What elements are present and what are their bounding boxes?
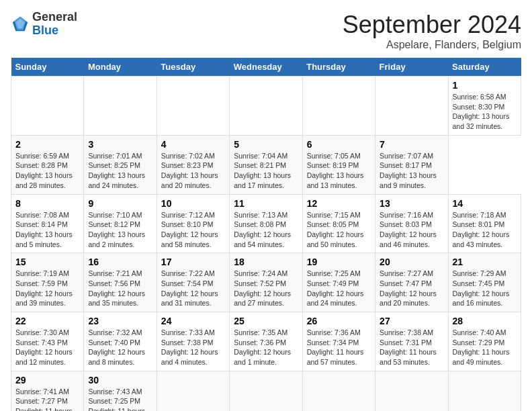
sunset: Sunset: 8:17 PM xyxy=(380,161,432,169)
sunset: Sunset: 8:19 PM xyxy=(307,161,359,169)
col-thursday: Thursday xyxy=(302,58,375,77)
sunrise: Sunrise: 7:33 AM xyxy=(161,328,215,336)
day-info: Sunrise: 7:19 AM Sunset: 7:59 PM Dayligh… xyxy=(15,269,79,308)
daylight: Daylight: 12 hours and 58 minutes. xyxy=(161,230,218,248)
sunrise: Sunrise: 7:02 AM xyxy=(161,152,215,160)
sunset: Sunset: 7:25 PM xyxy=(88,397,140,405)
day-info: Sunrise: 7:35 AM Sunset: 7:36 PM Dayligh… xyxy=(234,328,298,367)
calendar-cell: 12 Sunrise: 7:15 AM Sunset: 8:05 PM Dayl… xyxy=(302,194,375,253)
daylight: Daylight: 12 hours and 27 minutes. xyxy=(234,289,291,308)
daylight: Daylight: 13 hours and 20 minutes. xyxy=(161,171,218,189)
logo: General Blue xyxy=(11,11,77,38)
sunset: Sunset: 7:34 PM xyxy=(307,338,359,347)
sunset: Sunset: 8:10 PM xyxy=(161,220,214,228)
day-number: 9 xyxy=(88,198,152,209)
sunset: Sunset: 7:45 PM xyxy=(453,279,505,287)
daylight: Daylight: 12 hours and 20 minutes. xyxy=(380,289,437,308)
sunset: Sunset: 7:27 PM xyxy=(15,397,68,405)
day-number: 25 xyxy=(234,316,298,326)
calendar-cell: 26 Sunrise: 7:36 AM Sunset: 7:34 PM Dayl… xyxy=(302,312,375,371)
daylight: Daylight: 11 hours and 45 minutes. xyxy=(15,407,73,411)
day-info: Sunrise: 7:24 AM Sunset: 7:52 PM Dayligh… xyxy=(234,269,298,308)
sunset: Sunset: 8:08 PM xyxy=(234,220,286,228)
sunrise: Sunrise: 7:36 AM xyxy=(307,328,361,336)
day-number: 5 xyxy=(234,139,298,150)
calendar-cell: 30 Sunrise: 7:43 AM Sunset: 7:25 PM Dayl… xyxy=(84,371,157,411)
sunrise: Sunrise: 7:07 AM xyxy=(380,152,433,160)
calendar-cell: 7 Sunrise: 7:07 AM Sunset: 8:17 PM Dayli… xyxy=(375,135,448,194)
day-number: 13 xyxy=(380,198,443,209)
sunrise: Sunrise: 7:40 AM xyxy=(453,328,506,336)
logo-blue: Blue xyxy=(32,24,58,37)
sunset: Sunset: 8:12 PM xyxy=(88,220,140,228)
calendar-cell: 1 Sunrise: 6:58 AM Sunset: 8:30 PM Dayli… xyxy=(448,77,521,136)
sunrise: Sunrise: 7:01 AM xyxy=(88,152,142,160)
day-number: 27 xyxy=(380,316,443,326)
day-info: Sunrise: 7:38 AM Sunset: 7:31 PM Dayligh… xyxy=(380,328,443,367)
day-number: 10 xyxy=(161,198,225,209)
calendar-cell xyxy=(11,77,84,136)
sunset: Sunset: 8:21 PM xyxy=(234,161,286,169)
sunrise: Sunrise: 7:19 AM xyxy=(15,269,69,277)
logo-icon xyxy=(11,15,30,34)
daylight: Daylight: 12 hours and 24 minutes. xyxy=(307,289,364,308)
daylight: Daylight: 12 hours and 39 minutes. xyxy=(15,289,73,308)
calendar-cell: 5 Sunrise: 7:04 AM Sunset: 8:21 PM Dayli… xyxy=(230,135,302,194)
sunrise: Sunrise: 7:12 AM xyxy=(161,211,215,219)
day-info: Sunrise: 7:29 AM Sunset: 7:45 PM Dayligh… xyxy=(453,269,517,308)
sunset: Sunset: 7:38 PM xyxy=(161,338,214,347)
calendar-cell xyxy=(230,371,302,411)
sunrise: Sunrise: 7:30 AM xyxy=(15,328,69,336)
calendar-cell xyxy=(375,77,448,136)
day-number: 22 xyxy=(15,316,79,326)
sunrise: Sunrise: 6:58 AM xyxy=(453,93,506,101)
sunset: Sunset: 7:56 PM xyxy=(88,279,140,287)
day-number: 7 xyxy=(380,139,443,150)
sunrise: Sunrise: 7:21 AM xyxy=(88,269,142,277)
day-number: 28 xyxy=(453,316,517,326)
day-info: Sunrise: 7:05 AM Sunset: 8:19 PM Dayligh… xyxy=(307,151,371,191)
sunrise: Sunrise: 7:38 AM xyxy=(380,328,433,336)
day-info: Sunrise: 7:33 AM Sunset: 7:38 PM Dayligh… xyxy=(161,328,225,367)
day-number: 30 xyxy=(88,375,152,385)
sunrise: Sunrise: 7:16 AM xyxy=(380,211,433,219)
sunrise: Sunrise: 7:25 AM xyxy=(307,269,361,277)
sunset: Sunset: 8:23 PM xyxy=(161,161,214,169)
calendar-cell xyxy=(375,371,448,411)
daylight: Daylight: 12 hours and 16 minutes. xyxy=(453,289,510,308)
calendar-table: Sunday Monday Tuesday Wednesday Thursday… xyxy=(11,58,521,411)
day-info: Sunrise: 7:16 AM Sunset: 8:03 PM Dayligh… xyxy=(380,210,443,250)
day-number: 8 xyxy=(15,198,79,209)
day-info: Sunrise: 7:07 AM Sunset: 8:17 PM Dayligh… xyxy=(380,151,443,191)
sunrise: Sunrise: 6:59 AM xyxy=(15,152,69,160)
day-number: 21 xyxy=(453,257,517,267)
sunrise: Sunrise: 7:43 AM xyxy=(88,387,142,396)
day-info: Sunrise: 7:30 AM Sunset: 7:43 PM Dayligh… xyxy=(15,328,79,367)
daylight: Daylight: 12 hours and 12 minutes. xyxy=(15,348,73,366)
week-row-2: 2 Sunrise: 6:59 AM Sunset: 8:28 PM Dayli… xyxy=(11,135,521,194)
calendar-cell: 19 Sunrise: 7:25 AM Sunset: 7:49 PM Dayl… xyxy=(302,253,375,312)
logo-text: General Blue xyxy=(32,11,77,38)
calendar-cell: 10 Sunrise: 7:12 AM Sunset: 8:10 PM Dayl… xyxy=(157,194,229,253)
sunset: Sunset: 7:43 PM xyxy=(15,338,68,347)
sunrise: Sunrise: 7:35 AM xyxy=(234,328,287,336)
calendar-cell xyxy=(448,371,521,411)
week-row-5: 22 Sunrise: 7:30 AM Sunset: 7:43 PM Dayl… xyxy=(11,312,521,371)
calendar-cell: 16 Sunrise: 7:21 AM Sunset: 7:56 PM Dayl… xyxy=(84,253,157,312)
day-number: 23 xyxy=(88,316,152,326)
sunrise: Sunrise: 7:10 AM xyxy=(88,211,142,219)
calendar-cell: 22 Sunrise: 7:30 AM Sunset: 7:43 PM Dayl… xyxy=(11,312,84,371)
calendar-cell: 15 Sunrise: 7:19 AM Sunset: 7:59 PM Dayl… xyxy=(11,253,84,312)
daylight: Daylight: 13 hours and 28 minutes. xyxy=(15,171,73,189)
header-row: Sunday Monday Tuesday Wednesday Thursday… xyxy=(11,58,521,77)
calendar-cell: 8 Sunrise: 7:08 AM Sunset: 8:14 PM Dayli… xyxy=(11,194,84,253)
calendar-cell: 25 Sunrise: 7:35 AM Sunset: 7:36 PM Dayl… xyxy=(230,312,302,371)
week-row-1: 1 Sunrise: 6:58 AM Sunset: 8:30 PM Dayli… xyxy=(11,77,521,136)
calendar-cell: 27 Sunrise: 7:38 AM Sunset: 7:31 PM Dayl… xyxy=(375,312,448,371)
day-info: Sunrise: 7:32 AM Sunset: 7:40 PM Dayligh… xyxy=(88,328,152,367)
sunrise: Sunrise: 7:27 AM xyxy=(380,269,433,277)
daylight: Daylight: 12 hours and 46 minutes. xyxy=(380,230,437,248)
calendar-cell: 6 Sunrise: 7:05 AM Sunset: 8:19 PM Dayli… xyxy=(302,135,375,194)
sunset: Sunset: 7:54 PM xyxy=(161,279,214,287)
sunset: Sunset: 7:36 PM xyxy=(234,338,286,347)
